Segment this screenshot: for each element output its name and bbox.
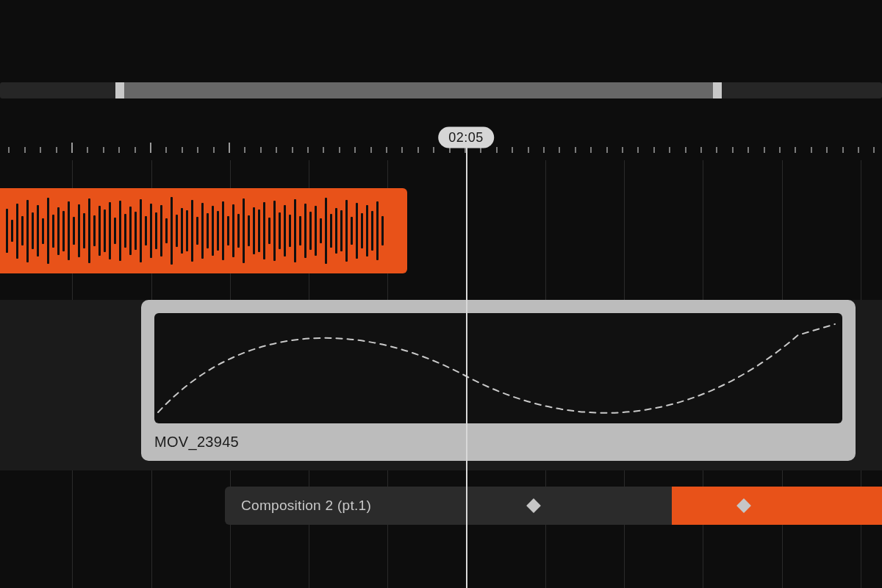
playhead-time-label: 02:05: [448, 130, 484, 145]
composition-clip-segment[interactable]: [672, 487, 882, 525]
audio-clip[interactable]: [0, 188, 407, 273]
waveform-icon: [0, 188, 407, 273]
timeline-overview[interactable]: [0, 82, 882, 98]
playhead-time-badge[interactable]: 02:05: [438, 127, 494, 148]
overview-handle-left[interactable]: [115, 82, 124, 98]
composition-label: Composition 2 (pt.1): [225, 498, 371, 514]
video-clip[interactable]: MOV_23945: [141, 300, 856, 461]
overview-handle-right[interactable]: [713, 82, 722, 98]
timeline-tracks: MOV_23945 Composition 2 (pt.1): [0, 160, 882, 588]
overview-visible-range[interactable]: [120, 82, 717, 98]
playhead[interactable]: [466, 140, 467, 588]
video-thumbnail: [154, 313, 842, 423]
sine-wave-icon: [154, 313, 842, 423]
video-clip-label: MOV_23945: [154, 434, 842, 451]
